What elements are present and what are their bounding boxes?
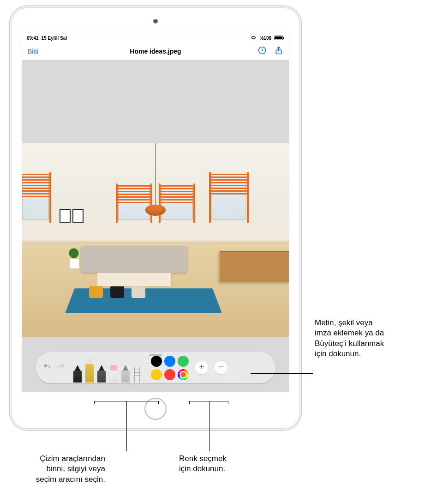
drawing-tools-group — [72, 353, 142, 383]
markup-button[interactable] — [257, 46, 267, 56]
markup-toolbar — [36, 352, 275, 383]
toolbar-grabber[interactable] — [149, 354, 162, 356]
svg-point-7 — [222, 366, 223, 367]
wall-frames — [60, 209, 84, 223]
cushion — [132, 286, 145, 298]
pen-tool[interactable] — [72, 365, 83, 383]
markup-blinds — [160, 184, 194, 221]
color-black[interactable] — [151, 356, 162, 367]
markup-blinds — [210, 173, 247, 221]
cushion — [110, 286, 124, 298]
markup-blinds — [117, 184, 151, 221]
ellipsis-icon — [217, 363, 225, 372]
more-button[interactable] — [215, 361, 227, 374]
photo-viewport — [22, 60, 289, 392]
callout-add-button: Metin, şekil veya imza eklemek ya da Büy… — [315, 318, 384, 359]
markup-toolbar-region — [36, 352, 275, 383]
color-blue[interactable] — [164, 356, 175, 367]
lamp-cord — [156, 143, 156, 205]
svg-rect-2 — [283, 37, 284, 39]
window-right — [211, 174, 246, 220]
ruler-tool[interactable] — [132, 365, 142, 383]
ipad-device: 09:41 15 Eylül Sal %100 Bitti Home ideas… — [9, 6, 302, 431]
marker-tool[interactable] — [84, 358, 95, 383]
color-green[interactable] — [178, 356, 189, 367]
room-photo — [22, 143, 289, 337]
ipad-screen: 09:41 15 Eylül Sal %100 Bitti Home ideas… — [22, 33, 289, 392]
pencil-tool[interactable] — [96, 365, 107, 383]
svg-rect-1 — [275, 36, 282, 40]
callout-bracket — [189, 401, 228, 401]
nav-bar: Bitti Home ideas.jpeg — [22, 43, 289, 60]
couch — [81, 246, 187, 273]
status-date: 15 Eylül Sal — [42, 36, 67, 41]
lasso-tool[interactable] — [120, 365, 131, 383]
undo-button[interactable] — [42, 363, 52, 373]
window-left — [22, 174, 49, 220]
markup-blinds — [22, 173, 50, 221]
undo-icon — [43, 363, 51, 373]
share-button[interactable] — [274, 46, 283, 56]
redo-icon — [57, 363, 65, 373]
color-red[interactable] — [164, 369, 175, 380]
plus-icon — [198, 363, 205, 372]
file-title: Home ideas.jpeg — [60, 48, 251, 55]
done-button[interactable]: Bitti — [28, 48, 60, 55]
canvas-area[interactable] — [22, 60, 289, 392]
dresser — [220, 251, 289, 282]
svg-point-6 — [221, 366, 222, 367]
window-mid-right — [161, 185, 193, 220]
svg-point-5 — [219, 366, 220, 367]
ipad-inner: 09:41 15 Eylül Sal %100 Bitti Home ideas… — [11, 7, 300, 429]
ipad-camera — [153, 19, 158, 24]
wifi-icon — [250, 36, 257, 40]
callout-bracket — [94, 401, 159, 401]
coffee-table — [97, 273, 172, 286]
window-mid-left — [118, 185, 150, 220]
add-button[interactable] — [195, 361, 208, 374]
plant — [65, 248, 83, 269]
callout-color-picker: Renk seçmek için dokunun. — [179, 454, 227, 474]
status-bar: 09:41 15 Eylül Sal %100 — [22, 33, 289, 43]
battery-icon — [274, 36, 284, 40]
cushion — [89, 286, 103, 298]
markup-icon — [257, 49, 267, 56]
color-swatches-group — [151, 356, 189, 380]
status-battery-text: %100 — [259, 36, 271, 41]
callout-drawing-tools: Çizim araçlarından birini, silgiyi veya … — [18, 454, 105, 485]
share-icon — [274, 49, 283, 56]
status-time: 09:41 — [27, 36, 39, 41]
eraser-tool[interactable] — [108, 365, 119, 383]
color-picker-button[interactable] — [178, 369, 189, 380]
callout-line — [251, 373, 313, 374]
color-yellow[interactable] — [151, 369, 162, 380]
redo-button[interactable] — [56, 363, 66, 373]
